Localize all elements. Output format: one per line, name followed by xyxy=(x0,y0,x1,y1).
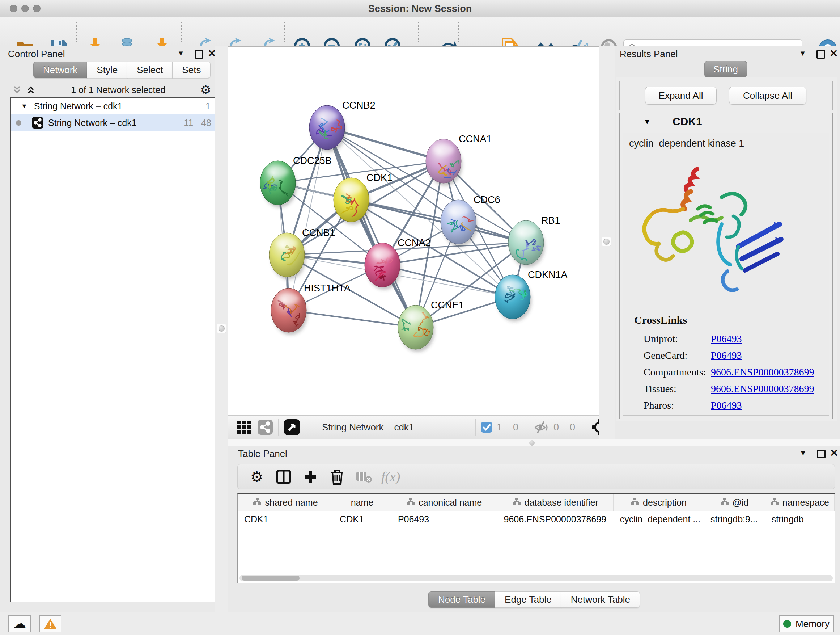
expand-all-button[interactable]: Expand All xyxy=(645,87,717,105)
tree-expander-icon[interactable]: ▼ xyxy=(21,103,27,110)
horizontal-splitter-grip[interactable] xyxy=(529,440,535,446)
network-node-CDK1[interactable]: CDK1 xyxy=(333,172,393,225)
node-label-CDC25B: CDC25B xyxy=(293,155,332,166)
create-column-icon[interactable] xyxy=(297,470,324,484)
collapse-all-button[interactable]: Collapse All xyxy=(729,87,806,105)
memory-status-dot xyxy=(783,620,791,628)
network-canvas[interactable]: CCNB2CCNA1CDC25BCDK1CDC6RB1CCNB1CCNA2CDK… xyxy=(228,46,600,416)
network-tree-root-row[interactable]: ▼ String Network – cdk1 1 xyxy=(11,98,216,114)
toolbar-separator xyxy=(284,21,285,42)
left-splitter-grip[interactable] xyxy=(217,324,226,333)
detach-view-icon[interactable] xyxy=(284,419,300,435)
crosslink-link[interactable]: 9606.ENSP00000378699 xyxy=(711,383,814,394)
crosslink-link[interactable]: P06493 xyxy=(711,350,742,361)
column-header-shared-name[interactable]: shared name xyxy=(238,494,333,511)
results-panel-close-icon[interactable]: ✕ xyxy=(829,49,838,59)
table-panel-float-icon[interactable] xyxy=(817,450,826,458)
node-label-RB1: RB1 xyxy=(541,215,561,226)
table-options-gear-icon[interactable]: ⚙ xyxy=(243,469,270,485)
memory-label: Memory xyxy=(796,618,829,630)
left-splitter[interactable] xyxy=(215,46,228,612)
network-node-CCNA2[interactable]: CCNA2 xyxy=(365,238,431,290)
gene-section-title: CDK1 xyxy=(673,116,702,128)
results-panel-collapse-icon[interactable]: ▼ xyxy=(799,49,806,57)
table-horizontal-scrollbar[interactable] xyxy=(240,575,833,581)
tab-sets[interactable]: Sets xyxy=(172,62,210,78)
selected-checkbox-icon[interactable] xyxy=(481,421,493,433)
expand-all-trees-icon[interactable] xyxy=(25,84,36,95)
delete-table-icon xyxy=(351,470,377,484)
column-header--id[interactable]: @id xyxy=(704,494,765,511)
network-collection-label: String Network – cdk1 xyxy=(34,101,123,111)
network-view-title: String Network – cdk1 xyxy=(322,422,414,433)
warnings-button[interactable] xyxy=(39,615,62,632)
tab-edge-table[interactable]: Edge Table xyxy=(495,591,561,608)
delete-column-trash-icon[interactable] xyxy=(324,469,351,485)
tab-style[interactable]: Style xyxy=(87,62,127,78)
column-header-label: description xyxy=(643,497,687,508)
right-splitter-grip[interactable] xyxy=(602,237,611,246)
crosslink-link[interactable]: 9606.ENSP00000378699 xyxy=(711,366,814,378)
tab-network[interactable]: Network xyxy=(33,62,87,78)
column-header-database-identifier[interactable]: database identifier xyxy=(497,494,614,511)
table-panel-collapse-icon[interactable]: ▼ xyxy=(799,449,807,457)
tab-network-table[interactable]: Network Table xyxy=(561,591,640,608)
column-header-name[interactable]: name xyxy=(333,494,392,511)
table-cell[interactable]: CDK1 xyxy=(333,511,392,527)
single-view-share-icon[interactable] xyxy=(257,419,273,435)
table-panel-toolbar: ⚙ f(x) xyxy=(237,464,835,489)
control-panel-float-icon[interactable] xyxy=(195,50,203,59)
network-node-CCNA1[interactable]: CCNA1 xyxy=(426,134,492,186)
table-panel-close-icon[interactable]: ✕ xyxy=(830,448,838,458)
network-node-CCNB2[interactable]: CCNB2 xyxy=(309,100,376,152)
network-node-CCNE1[interactable]: CCNE1 xyxy=(398,300,464,352)
table-cell[interactable]: CDK1 xyxy=(238,511,333,527)
node-label-CCNB2: CCNB2 xyxy=(342,100,376,111)
current-network-indicator-dot xyxy=(16,120,21,126)
tab-select[interactable]: Select xyxy=(127,62,172,78)
crosslink-label: GeneCard: xyxy=(644,350,711,361)
right-splitter[interactable] xyxy=(600,46,616,440)
toolbar-separator xyxy=(529,418,529,436)
horizontal-splitter[interactable] xyxy=(228,439,840,447)
grid-view-icon[interactable] xyxy=(236,419,252,435)
column-header-description[interactable]: description xyxy=(614,494,704,511)
network-node-CDC6[interactable]: CDC6 xyxy=(441,195,500,247)
collapse-all-trees-icon[interactable] xyxy=(11,84,22,95)
table-cell[interactable]: cyclin–dependent ... xyxy=(614,511,704,527)
table-cell[interactable]: 9606.ENSP00000378699 xyxy=(497,511,614,527)
column-type-icon xyxy=(770,497,779,508)
network-options-gear-icon[interactable]: ⚙ xyxy=(201,82,211,97)
network-node-HIST1H1A[interactable]: HIST1H1A xyxy=(271,283,351,335)
column-header-canonical-name[interactable]: canonical name xyxy=(392,494,497,511)
table-scrollbar-thumb[interactable] xyxy=(242,576,300,581)
column-type-icon xyxy=(406,497,415,508)
memory-button[interactable]: Memory xyxy=(779,615,834,632)
table-cell[interactable]: stringdb xyxy=(765,511,835,527)
show-columns-icon[interactable] xyxy=(270,469,297,485)
network-tree-child-row[interactable]: String Network – cdk1 11 48 xyxy=(11,114,216,131)
control-panel-collapse-icon[interactable]: ▼ xyxy=(177,49,185,57)
network-node-count: 11 xyxy=(184,118,193,128)
gene-section-expander-icon[interactable]: ▼ xyxy=(644,118,651,126)
table-row[interactable]: CDK1CDK1P064939606.ENSP00000378699cyclin… xyxy=(238,511,835,527)
column-header-namespace[interactable]: namespace xyxy=(765,494,835,511)
function-builder-icon: f(x) xyxy=(377,469,404,485)
table-cell[interactable]: stringdb:9... xyxy=(704,511,765,527)
network-node-CDC25B[interactable]: CDC25B xyxy=(256,155,332,207)
table-cell[interactable]: P06493 xyxy=(392,511,497,527)
column-header-label: namespace xyxy=(783,497,829,508)
crosslinks-list: Uniprot:P06493GeneCard:P06493Compartment… xyxy=(644,331,824,414)
results-panel-float-icon[interactable] xyxy=(816,50,825,59)
tab-node-table[interactable]: Node Table xyxy=(428,591,495,608)
cloud-status-button[interactable]: ☁ xyxy=(8,615,31,632)
tab-string[interactable]: String xyxy=(704,61,747,78)
node-label-CCNA1: CCNA1 xyxy=(459,134,492,144)
network-node-RB1[interactable]: RB1 xyxy=(508,215,561,271)
warning-icon xyxy=(44,618,57,630)
node-label-CDKN1A: CDKN1A xyxy=(528,269,568,280)
gene-details: cyclin–dependent kinase 1 xyxy=(623,133,829,416)
network-node-CDKN1A[interactable]: CDKN1A xyxy=(495,269,568,321)
crosslink-link[interactable]: P06493 xyxy=(711,333,742,345)
crosslink-link[interactable]: P06493 xyxy=(711,400,742,411)
